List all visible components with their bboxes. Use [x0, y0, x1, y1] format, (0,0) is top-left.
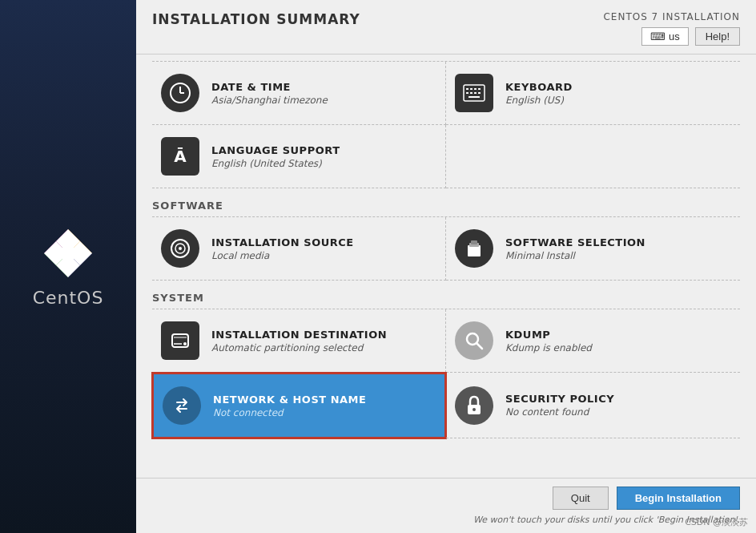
kdump-text: KDUMP Kdump is enabled [505, 329, 732, 353]
page-title: INSTALLATION SUMMARY [152, 11, 360, 27]
begin-installation-button[interactable]: Begin Installation [617, 487, 740, 510]
keyboard-title: KEYBOARD [505, 81, 732, 93]
installation-destination-title: INSTALLATION DESTINATION [211, 329, 437, 341]
network-hostname-item[interactable]: NETWORK & HOST NAME Not connected [151, 372, 447, 439]
installation-destination-item[interactable]: INSTALLATION DESTINATION Automatic parti… [152, 309, 446, 373]
network-hostname-text: NETWORK & HOST NAME Not connected [213, 394, 436, 418]
footer-note: We won't touch your disks until you clic… [152, 515, 740, 525]
security-policy-subtitle: No content found [505, 406, 732, 418]
language-support-text: LANGUAGE SUPPORT English (United States) [211, 144, 437, 169]
svg-rect-16 [478, 88, 481, 90]
kdump-subtitle: Kdump is enabled [505, 342, 732, 353]
security-policy-text: SECURITY POLICY No content found [505, 393, 732, 418]
installation-source-title: INSTALLATION SOURCE [211, 236, 437, 248]
centos-brand-text: CentOS [33, 288, 104, 308]
language-button[interactable]: ⌨ us [641, 27, 689, 46]
language-icon: Ā [161, 137, 199, 176]
installation-source-item[interactable]: INSTALLATION SOURCE Local media [152, 217, 446, 281]
security-policy-icon-wrapper [454, 386, 494, 426]
footer: Quit Begin Installation We won't touch y… [136, 478, 756, 533]
security-policy-item[interactable]: SECURITY POLICY No content found [446, 373, 740, 438]
keyboard-icon: ⌨ [650, 30, 666, 42]
kdump-title: KDUMP [505, 329, 732, 341]
svg-line-33 [477, 343, 482, 349]
svg-rect-18 [470, 92, 472, 94]
svg-point-29 [183, 342, 187, 345]
svg-rect-15 [474, 88, 477, 90]
software-grid: INSTALLATION SOURCE Local media [152, 216, 740, 281]
software-selection-title: SOFTWARE SELECTION [505, 236, 732, 248]
keyboard-item[interactable]: KEYBOARD English (US) [446, 62, 740, 125]
svg-rect-8 [62, 248, 74, 259]
svg-rect-27 [471, 240, 477, 244]
installation-destination-icon-wrapper [160, 321, 200, 361]
kdump-item[interactable]: KDUMP Kdump is enabled [446, 309, 740, 373]
svg-point-35 [472, 408, 476, 411]
date-time-item[interactable]: DATE & TIME Asia/Shanghai timezone [152, 62, 446, 125]
svg-point-24 [179, 247, 182, 250]
svg-rect-21 [468, 96, 480, 98]
disc-icon [161, 229, 199, 268]
svg-rect-14 [470, 88, 472, 90]
system-section-header: SYSTEM [152, 292, 740, 304]
lock-icon [455, 386, 493, 425]
security-policy-title: SECURITY POLICY [505, 393, 732, 405]
package-icon [455, 229, 493, 268]
language-support-title: LANGUAGE SUPPORT [211, 144, 437, 156]
header: INSTALLATION SUMMARY CENTOS 7 INSTALLATI… [136, 0, 756, 55]
localization-grid: DATE & TIME Asia/Shanghai timezone [152, 61, 740, 188]
installation-source-subtitle: Local media [211, 250, 437, 261]
centos-logo-icon [40, 225, 96, 281]
software-selection-icon-wrapper [454, 228, 494, 269]
hdd-icon [161, 321, 199, 360]
date-time-icon [160, 73, 200, 113]
network-hostname-subtitle: Not connected [213, 407, 436, 418]
keyboard-icon-wrapper [454, 73, 494, 113]
software-selection-item[interactable]: SOFTWARE SELECTION Minimal Install [446, 217, 740, 281]
installation-destination-subtitle: Automatic partitioning selected [211, 342, 437, 353]
svg-rect-13 [466, 88, 468, 90]
svg-rect-20 [478, 92, 481, 94]
magnifier-icon [455, 321, 493, 360]
language-support-icon-wrapper: Ā [160, 136, 200, 176]
sidebar: CentOS [0, 0, 136, 533]
header-right: CENTOS 7 INSTALLATION ⌨ us Help! [603, 11, 740, 46]
empty-cell-1 [446, 125, 740, 188]
svg-rect-25 [468, 245, 481, 256]
main-container: CentOS INSTALLATION SUMMARY CENTOS 7 INS… [0, 0, 756, 533]
items-area: DATE & TIME Asia/Shanghai timezone [136, 55, 756, 478]
content-area: INSTALLATION SUMMARY CENTOS 7 INSTALLATI… [136, 0, 756, 533]
language-support-subtitle: English (United States) [211, 158, 437, 169]
installation-destination-text: INSTALLATION DESTINATION Automatic parti… [211, 329, 437, 353]
keyboard-icon [455, 74, 493, 112]
network-hostname-icon-wrapper [162, 386, 202, 426]
centos-logo: CentOS [33, 225, 104, 308]
network-hostname-title: NETWORK & HOST NAME [213, 394, 436, 406]
help-button[interactable]: Help! [695, 27, 740, 46]
svg-rect-19 [474, 92, 477, 94]
system-grid: INSTALLATION DESTINATION Automatic parti… [152, 309, 740, 438]
keyboard-text: KEYBOARD English (US) [505, 81, 732, 106]
date-time-title: DATE & TIME [211, 81, 437, 93]
software-selection-subtitle: Minimal Install [505, 250, 732, 261]
clock-icon [161, 74, 199, 112]
centos7-label: CENTOS 7 INSTALLATION [603, 11, 740, 22]
footer-buttons: Quit Begin Installation [152, 487, 740, 510]
network-icon [163, 386, 201, 425]
date-time-text: DATE & TIME Asia/Shanghai timezone [211, 81, 437, 106]
header-controls: ⌨ us Help! [641, 27, 740, 46]
language-support-item[interactable]: Ā LANGUAGE SUPPORT English (United State… [152, 125, 446, 188]
installation-source-icon-wrapper [160, 228, 200, 269]
lang-value: us [669, 30, 680, 42]
watermark: CSDN @淡淡苏 [685, 516, 748, 528]
svg-rect-17 [466, 92, 468, 94]
software-section-header: SOFTWARE [152, 200, 740, 212]
installation-source-text: INSTALLATION SOURCE Local media [211, 236, 437, 261]
date-time-subtitle: Asia/Shanghai timezone [211, 95, 437, 106]
software-selection-text: SOFTWARE SELECTION Minimal Install [505, 236, 732, 261]
kdump-icon-wrapper [454, 321, 494, 361]
keyboard-subtitle: English (US) [505, 95, 732, 106]
quit-button[interactable]: Quit [553, 487, 609, 510]
